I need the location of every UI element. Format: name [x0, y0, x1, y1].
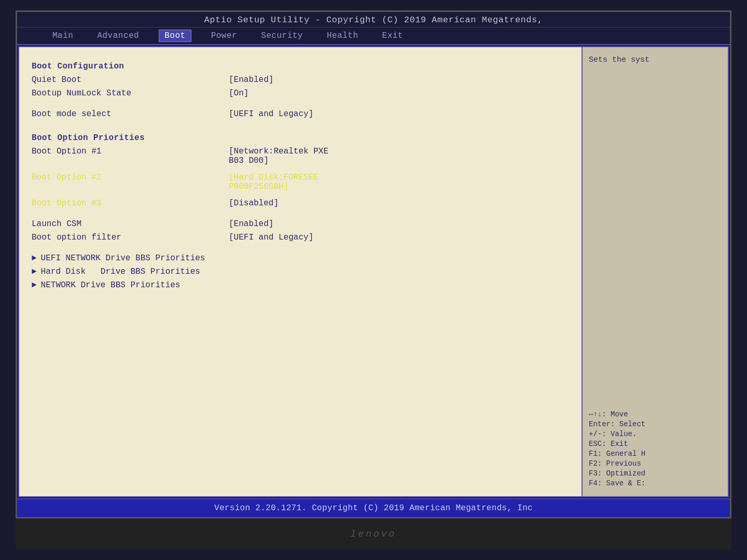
- bottom-bar-text: Version 2.20.1271. Copyright (C) 2019 Am…: [214, 503, 533, 513]
- legend-section: ↔↑↓: Move Enter: Select +/-: Value. ESC:…: [589, 409, 722, 489]
- brand-logo: lenovo: [351, 529, 397, 539]
- boot-config-header: Boot Configuration: [32, 62, 569, 71]
- legend-enter: Enter: Select: [589, 420, 722, 428]
- hard-disk-submenu[interactable]: ► Hard Disk Drive BBS Priorities: [32, 267, 569, 276]
- quiet-boot-label: Quiet Boot: [32, 74, 229, 86]
- help-text: Sets the syst: [589, 54, 722, 66]
- boot-option-1-value: [Network:Realtek PXEB03 D00]: [229, 146, 328, 166]
- boot-option-2-value: [Hard Disk:FORESEEP900F256GBH]: [229, 172, 319, 192]
- uefi-network-submenu[interactable]: ► UEFI NETWORK Drive BBS Priorities: [32, 254, 569, 263]
- menu-item-health[interactable]: Health: [323, 30, 363, 41]
- launch-csm-row[interactable]: Launch CSM [Enabled]: [32, 218, 569, 230]
- menu-item-power[interactable]: Power: [207, 30, 242, 41]
- legend-f2: F2: Previous: [589, 459, 722, 468]
- numlock-value: [On]: [229, 88, 248, 99]
- legend-f4: F4: Save & E:: [589, 479, 722, 487]
- legend-move: ↔↑↓: Move: [589, 410, 722, 418]
- boot-mode-row[interactable]: Boot mode select [UEFI and Legacy]: [32, 108, 569, 120]
- boot-filter-row[interactable]: Boot option filter [UEFI and Legacy]: [32, 232, 569, 243]
- menu-item-main[interactable]: Main: [48, 30, 77, 41]
- launch-csm-label: Launch CSM: [32, 218, 229, 230]
- legend-f3: F3: Optimized: [589, 469, 722, 478]
- hard-disk-arrow: ►: [32, 267, 37, 276]
- menu-item-security[interactable]: Security: [257, 30, 307, 41]
- menu-item-exit[interactable]: Exit: [378, 30, 407, 41]
- legend-esc: ESC: Exit: [589, 440, 722, 448]
- boot-filter-value: [UEFI and Legacy]: [229, 232, 313, 243]
- boot-option-1-row[interactable]: Boot Option #1 [Network:Realtek PXEB03 D…: [32, 146, 569, 166]
- right-panel: Sets the syst ↔↑↓: Move Enter: Select +/…: [583, 47, 728, 496]
- uefi-network-label: UEFI NETWORK Drive BBS Priorities: [41, 254, 205, 263]
- boot-option-2-label: Boot Option #2: [32, 172, 229, 183]
- menu-item-boot[interactable]: Boot: [159, 30, 191, 42]
- numlock-row[interactable]: Bootup NumLock State [On]: [32, 88, 569, 99]
- boot-option-3-value: [Disabled]: [229, 198, 279, 209]
- menu-item-advanced[interactable]: Advanced: [93, 30, 143, 41]
- quiet-boot-value: [Enabled]: [229, 74, 273, 86]
- boot-option-3-row[interactable]: Boot Option #3 [Disabled]: [32, 198, 569, 209]
- boot-priorities-header: Boot Option Priorities: [32, 133, 569, 143]
- network-arrow: ►: [32, 281, 37, 290]
- boot-option-3-label: Boot Option #3: [32, 198, 229, 209]
- boot-option-2-row[interactable]: Boot Option #2 [Hard Disk:FORESEEP900F25…: [32, 172, 569, 192]
- network-label: NETWORK Drive BBS Priorities: [41, 281, 181, 290]
- bottom-bar: Version 2.20.1271. Copyright (C) 2019 Am…: [17, 498, 730, 517]
- boot-filter-label: Boot option filter: [32, 232, 229, 243]
- boot-option-1-label: Boot Option #1: [32, 146, 229, 157]
- title-bar: Aptio Setup Utility - Copyright (C) 2019…: [17, 12, 730, 27]
- left-panel: Boot Configuration Quiet Boot [Enabled] …: [19, 47, 583, 496]
- bottom-bezel: lenovo: [16, 519, 731, 550]
- title-text: Aptio Setup Utility - Copyright (C) 2019…: [204, 15, 543, 25]
- boot-mode-label: Boot mode select: [32, 108, 229, 120]
- legend-f1: F1: General H: [589, 450, 722, 458]
- numlock-label: Bootup NumLock State: [32, 88, 229, 99]
- quiet-boot-row[interactable]: Quiet Boot [Enabled]: [32, 74, 569, 86]
- hard-disk-label: Hard Disk Drive BBS Priorities: [41, 267, 200, 276]
- legend-value: +/-: Value.: [589, 430, 722, 438]
- uefi-network-arrow: ►: [32, 254, 37, 263]
- menu-bar: MainAdvancedBootPowerSecurityHealthExit: [17, 27, 730, 45]
- boot-mode-value: [UEFI and Legacy]: [229, 108, 313, 120]
- network-submenu[interactable]: ► NETWORK Drive BBS Priorities: [32, 281, 569, 290]
- main-content: Boot Configuration Quiet Boot [Enabled] …: [18, 46, 729, 497]
- launch-csm-value: [Enabled]: [229, 218, 273, 230]
